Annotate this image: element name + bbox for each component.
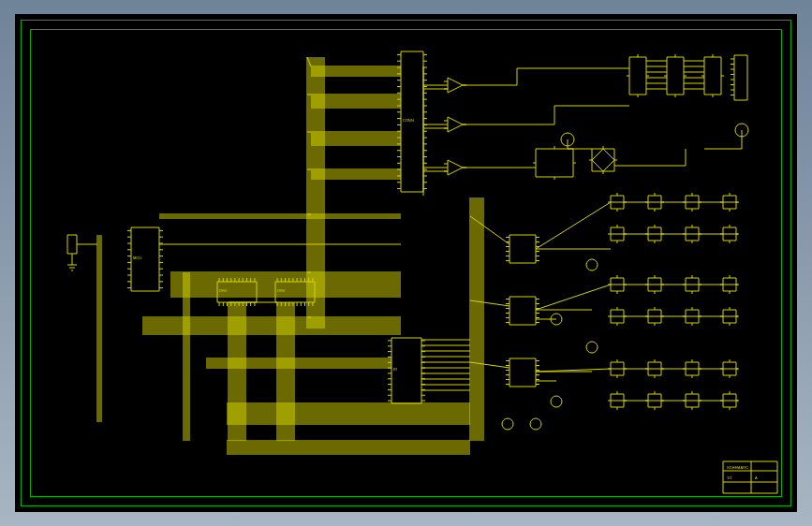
node[interactable] <box>586 259 598 270</box>
title-block-sheet: 1/1 <box>727 475 732 480</box>
svg-rect-137 <box>509 235 536 263</box>
svg-rect-301 <box>667 57 684 95</box>
node[interactable] <box>551 396 562 407</box>
wire <box>536 202 611 249</box>
schematic-canvas[interactable]: SCHEMATIC 1/1 A MCUDRVDRVCONNIO <box>30 29 782 497</box>
hbus <box>227 441 470 454</box>
svg-marker-321 <box>448 78 463 93</box>
svg-rect-296 <box>629 57 646 95</box>
component-br1[interactable] <box>589 146 617 174</box>
vbus <box>97 235 101 422</box>
ic-label: IO <box>393 367 397 372</box>
svg-rect-306 <box>704 57 721 95</box>
ic-u8[interactable] <box>506 358 539 387</box>
ic-u6[interactable] <box>506 235 539 263</box>
ic-u4[interactable]: CONN <box>397 51 427 192</box>
svg-rect-150 <box>509 297 536 325</box>
svg-rect-461 <box>67 235 77 254</box>
title-block-title: SCHEMATIC <box>727 465 748 470</box>
hbus <box>170 272 401 297</box>
node[interactable] <box>586 342 598 353</box>
vbus <box>470 197 483 441</box>
component-ps1[interactable] <box>533 146 576 180</box>
node[interactable] <box>502 418 513 430</box>
ic-label: CONN <box>403 118 414 123</box>
bridge-rectifier-icon <box>592 149 614 171</box>
title-block-rev: A <box>755 475 758 480</box>
connector-j1[interactable] <box>731 55 747 100</box>
ic-u7[interactable] <box>506 297 539 325</box>
vbus <box>184 272 189 441</box>
node[interactable] <box>530 418 541 430</box>
component-bl1[interactable] <box>627 54 649 97</box>
schematic-sheet: SCHEMATIC 1/1 A MCUDRVDRVCONNIO <box>15 14 797 512</box>
hbus <box>227 403 470 424</box>
hbus <box>142 317 401 334</box>
title-block: SCHEMATIC 1/1 A <box>723 461 777 493</box>
svg-marker-329 <box>448 160 463 175</box>
hbus <box>159 214 401 218</box>
component-bl3[interactable] <box>701 54 724 97</box>
cad-viewport[interactable]: SCHEMATIC 1/1 A MCUDRVDRVCONNIO <box>0 0 812 526</box>
ic-u1[interactable]: MCU <box>127 227 163 291</box>
svg-rect-316 <box>592 149 614 171</box>
svg-rect-311 <box>536 149 573 177</box>
component-bl2[interactable] <box>664 54 687 97</box>
svg-marker-325 <box>448 117 463 132</box>
svg-rect-163 <box>509 358 536 387</box>
ic-label: MCU <box>133 256 141 260</box>
svg-rect-467 <box>734 55 747 100</box>
ic-u5[interactable]: IO <box>388 338 425 403</box>
wire <box>536 285 611 310</box>
power-input <box>67 235 97 270</box>
